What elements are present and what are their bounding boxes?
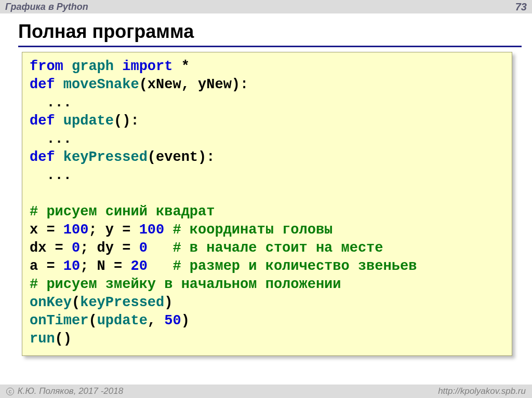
slide-container: Графика в Python 73 Полная программа fro… (0, 0, 532, 398)
code-number: 10 (63, 258, 80, 274)
code-text: ; N = (80, 258, 130, 274)
code-text: (event): (148, 149, 215, 165)
slide-section-title: Графика в Python (5, 2, 88, 12)
copyright-author: К.Ю. Поляков, 2017 -2018 (15, 386, 123, 396)
code-comment: # координаты головы (164, 222, 332, 238)
code-comment: # рисуем синий квадрат (30, 204, 215, 219)
code-text: ( (88, 313, 97, 328)
code-text: ) (164, 295, 172, 310)
code-comment: # рисуем змейку в начальном положении (30, 277, 341, 292)
code-text: a = (30, 258, 63, 274)
code-text: x = (30, 222, 63, 238)
code-text: dx = (30, 240, 72, 256)
code-function: update (97, 313, 148, 328)
heading-underline (18, 46, 522, 47)
code-comment: # в начале стоит на месте (148, 240, 383, 256)
code-text: (xNew, yNew): (139, 77, 249, 92)
code-number: 20 (130, 258, 147, 274)
footer-url: http://kpolyakov.spb.ru (438, 386, 526, 396)
code-keyword: def (30, 77, 55, 92)
code-text: , (148, 313, 164, 328)
code-function: onTimer (30, 313, 88, 328)
code-text: ) (181, 313, 190, 328)
code-number: 100 (139, 222, 165, 238)
footer-bar: c К.Ю. Поляков, 2017 -2018 http://kpolya… (0, 385, 532, 398)
page-number: 73 (515, 1, 527, 13)
copyright-text: c К.Ю. Поляков, 2017 -2018 (6, 386, 123, 396)
code-text: () (55, 331, 72, 347)
code-function: keyPressed (63, 149, 148, 165)
code-keyword: import (122, 59, 172, 74)
code-text: ( (72, 295, 80, 310)
code-comment: # размер и количество звеньев (148, 258, 417, 274)
code-text: * (181, 59, 190, 74)
code-function: update (63, 113, 114, 129)
code-number: 100 (63, 222, 89, 238)
code-keyword: def (30, 149, 55, 165)
code-text: ... (30, 131, 72, 147)
code-function: moveSnake (63, 77, 139, 92)
code-number: 0 (72, 240, 80, 256)
code-keyword: def (30, 113, 55, 129)
code-text: ... (30, 168, 72, 183)
code-function: keyPressed (80, 295, 164, 310)
code-text: (): (114, 113, 139, 129)
code-block: from graph import * def moveSnake(xNew, … (22, 52, 512, 356)
code-keyword: from (30, 59, 63, 74)
copyright-icon: c (6, 388, 14, 395)
code-number: 0 (139, 240, 148, 256)
slide-heading: Полная программа (18, 21, 194, 43)
code-text: ; dy = (80, 240, 139, 256)
code-module: graph (72, 59, 114, 74)
code-function: onKey (30, 295, 72, 310)
code-number: 50 (164, 313, 181, 328)
code-text: ; y = (88, 222, 139, 238)
header-bar: Графика в Python 73 (0, 0, 532, 13)
code-function: run (30, 331, 55, 347)
code-text: ... (30, 95, 72, 111)
